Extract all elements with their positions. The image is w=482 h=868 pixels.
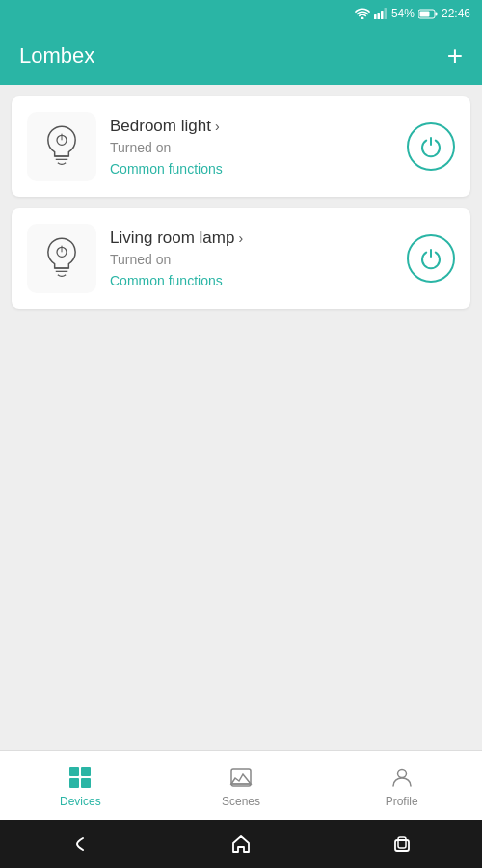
status-bar: 54% 22:46 [0,0,482,27]
main-content: Bedroom light › Turned on Common functio… [0,85,482,750]
svg-rect-17 [395,840,409,851]
back-button[interactable] [56,820,104,868]
grid-icon [69,767,91,788]
svg-rect-0 [374,14,377,19]
battery-icon [418,9,438,19]
svg-rect-3 [384,8,387,19]
nav-item-profile[interactable]: Profile [321,764,482,808]
time-text: 22:46 [442,7,470,20]
signal-icon [374,8,388,19]
svg-rect-5 [435,12,437,15]
devices-nav-label: Devices [60,795,101,808]
chevron-icon: › [215,119,220,134]
svg-rect-1 [377,13,380,19]
bottom-nav: Devices Scenes Profile [0,750,482,820]
chevron-icon-2: › [238,231,243,246]
device-info-living-room: Living room lamp › Turned on Common func… [110,229,393,288]
recents-button[interactable] [378,820,426,868]
wifi-icon [355,8,370,19]
app-title: Lombex [19,43,94,68]
svg-rect-6 [419,11,429,16]
device-name-bedroom[interactable]: Bedroom light › [110,117,393,136]
common-functions-bedroom[interactable]: Common functions [110,161,393,176]
scenes-nav-label: Scenes [222,795,260,808]
power-icon-2 [419,247,442,270]
device-icon-living-room [27,224,96,293]
lightbulb-icon-2 [38,234,86,283]
app-header: Lombex + [0,27,482,85]
devices-nav-icon [67,764,94,791]
status-icons: 54% 22:46 [355,7,470,20]
profile-nav-icon [388,764,415,791]
power-button-living-room[interactable] [407,234,455,283]
svg-point-16 [397,769,406,777]
device-name-living-room[interactable]: Living room lamp › [110,229,393,248]
lightbulb-icon [38,122,86,171]
system-nav-bar [0,820,482,868]
common-functions-living-room[interactable]: Common functions [110,273,393,288]
power-button-bedroom[interactable] [407,122,455,171]
svg-rect-2 [381,11,384,19]
device-icon-bedroom [27,112,96,181]
device-status-living-room: Turned on [110,252,393,267]
svg-rect-18 [398,837,406,848]
profile-nav-label: Profile [386,795,418,808]
device-card-living-room-lamp[interactable]: Living room lamp › Turned on Common func… [12,208,470,309]
device-card-bedroom-light[interactable]: Bedroom light › Turned on Common functio… [12,96,470,197]
device-status-bedroom: Turned on [110,140,393,155]
battery-text: 54% [391,7,415,20]
home-button[interactable] [217,820,265,868]
scenes-nav-icon [228,764,254,791]
nav-item-scenes[interactable]: Scenes [161,764,322,808]
add-device-button[interactable]: + [447,42,463,69]
power-icon [419,135,442,158]
nav-item-devices[interactable]: Devices [0,764,161,808]
device-info-bedroom: Bedroom light › Turned on Common functio… [110,117,393,176]
